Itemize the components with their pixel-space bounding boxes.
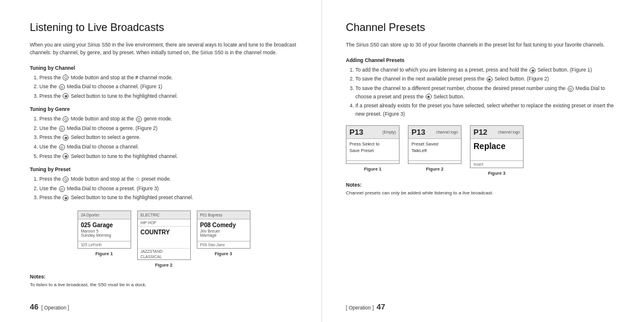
list-item: Press the ◉ Select button to tune to the…	[39, 153, 298, 161]
tuning-channel-list: Press the Q Mode button and stop at the …	[30, 74, 298, 101]
right-figure-group-3: P12 channel logo Replace Insert Figure 3	[470, 125, 524, 176]
left-figures-row: 2A Dporter 025 Garage Maroon 5 Sunday Mo…	[30, 210, 298, 268]
rfig3-insert: Insert	[473, 162, 483, 166]
left-figure-box-3: P01 Bupress P08 Comedy Jim Breuer Marria…	[197, 210, 250, 249]
fig2-small-top: ELECTRIC	[141, 213, 160, 217]
rfig2-content: Preset SavedTalkLeft	[408, 139, 461, 160]
media-dial-icon-r: ◎	[568, 86, 574, 92]
fig1-sub1: Maroon 5	[81, 229, 128, 233]
select-icon3: ◉	[63, 153, 69, 159]
rfig1-content: Press Select toSave Preset	[346, 139, 399, 160]
rfig3-label: Figure 3	[488, 171, 505, 176]
right-page: Channel Presets The Sirius S50 can store…	[322, 0, 644, 322]
rfig1-tag: (Empty)	[382, 130, 396, 134]
left-footer: 46 [ Operation ]	[0, 302, 321, 311]
rfig1-top: P13 (Empty)	[346, 126, 399, 139]
right-figure-box-2: P13 channel logo Preset SavedTalkLeft	[408, 125, 462, 164]
right-footer-bracket: [ Operation ] 47	[346, 302, 385, 311]
list-item: Use the ◎ Media Dial to choose a channel…	[39, 143, 298, 151]
right-figure-group-2: P13 channel logo Preset SavedTalkLeft Fi…	[408, 125, 462, 176]
section-tuning-channel: Tuning by Channel	[30, 65, 298, 71]
rfig3-replace: Replace	[473, 141, 520, 151]
fig3-main: P08 Comedy	[200, 222, 247, 228]
rfig2-bottom	[408, 160, 461, 163]
list-item: If a preset already exists for the prese…	[355, 102, 614, 118]
fig3-content: P08 Comedy Jim Breuer Marriage	[197, 219, 250, 241]
fig1-content: 025 Garage Maroon 5 Sunday Morning	[78, 219, 131, 241]
section-adding-presets: Adding Channel Presets	[346, 57, 614, 63]
media-dial-icon3: ◎	[59, 144, 65, 150]
fig2-content: COUNTRY	[138, 227, 190, 248]
right-notes-text: Channel presets can only be added while …	[346, 190, 614, 197]
fig3-label: Figure 3	[215, 251, 232, 256]
left-figure-box-1: 2A Dporter 025 Garage Maroon 5 Sunday Mo…	[78, 210, 131, 249]
mode-icon2: Q	[63, 116, 69, 122]
list-item: Press the Q Mode button and stop at the …	[39, 175, 298, 184]
fig1-label: Figure 1	[95, 251, 113, 256]
left-notes: Notes: To listen to a live broadcast, th…	[30, 274, 298, 289]
rfig1-label: Figure 1	[364, 166, 381, 172]
left-page-num: 46 [ Operation ]	[30, 302, 69, 311]
rfig3-channel: P12	[473, 128, 487, 137]
rfig1-action: Press Select toSave Preset	[349, 141, 396, 154]
rfig3-bottom: Insert	[470, 160, 523, 168]
rfig2-tag: channel logo	[436, 130, 458, 134]
fig2-top: ELECTRIC	[138, 211, 190, 219]
select-icon-r2: ◉	[487, 76, 493, 82]
rfig1-channel: P13	[349, 128, 363, 137]
right-title: Channel Presets	[346, 21, 614, 34]
select-icon2: ◉	[63, 135, 69, 141]
fig2-label: Figure 2	[155, 262, 172, 268]
fig3-sub2: Marriage	[200, 233, 247, 237]
right-notes: Notes: Channel presets can only be added…	[346, 182, 614, 197]
list-item: Press the ◉ Select button to select a ge…	[39, 134, 298, 142]
select-icon: ◉	[63, 93, 69, 99]
right-figure-group-1: P13 (Empty) Press Select toSave Preset F…	[346, 125, 400, 176]
right-notes-title: Notes:	[346, 182, 614, 188]
rfig3-top: P12 channel logo	[470, 126, 523, 139]
mode-icon3: Q	[63, 177, 69, 182]
list-item: Press the ◉ Select button to tune to the…	[39, 92, 298, 101]
fig3-small-top: P01 Bupress	[200, 213, 222, 217]
media-dial-icon: ◎	[59, 84, 65, 90]
left-figure-group-1: 2A Dporter 025 Garage Maroon 5 Sunday Mo…	[78, 210, 131, 268]
tuning-genre-list: Press the Q Mode button and stop at the …	[30, 115, 298, 160]
select-icon4: ◉	[63, 195, 69, 201]
left-notes-title: Notes:	[30, 274, 298, 280]
fig2-classical: CLASSICAL	[138, 254, 190, 259]
list-item: Press the Q Mode button and stop at the …	[39, 74, 298, 82]
mode-icon: Q	[63, 75, 69, 80]
left-figure-group-2: ELECTRIC HIP HOP COUNTRY JAZZSTAND CLASS…	[137, 210, 191, 268]
fig2-main: COUNTRY	[141, 229, 187, 236]
fig1-bottom: 325 LeForth	[78, 241, 131, 248]
fig1-bottom-text: 325 LeForth	[81, 243, 102, 247]
list-item: Press the Q Mode button and stop at the …	[39, 115, 298, 123]
tuning-preset-list: Press the Q Mode button and stop at the …	[30, 175, 298, 202]
list-item: To add the channel to which you are list…	[355, 66, 614, 75]
fig1-top: 2A Dporter	[78, 211, 131, 219]
right-figure-box-3: P12 channel logo Replace Insert	[470, 125, 524, 168]
list-item: To save the channel in the next availabl…	[355, 75, 614, 83]
adding-presets-list: To add the channel to which you are list…	[346, 66, 614, 119]
left-page: Listening to Live Broadcasts When you ar…	[0, 0, 322, 322]
left-intro: When you are using your Sirius S50 in th…	[30, 41, 298, 57]
rfig2-label: Figure 2	[426, 166, 443, 172]
right-footer: [ Operation ] 47	[322, 302, 644, 311]
rfig2-action: Preset SavedTalkLeft	[411, 141, 458, 154]
fig2-jazz: JAZZSTAND	[138, 248, 190, 254]
section-tuning-preset: Tuning by Preset	[30, 166, 298, 172]
fig1-small-top: 2A Dporter	[81, 213, 100, 217]
rfig2-top: P13 channel logo	[408, 126, 461, 139]
fig3-sub1: Jim Breuer	[200, 229, 247, 233]
media-dial-icon4: ◎	[59, 186, 65, 192]
fig2-hip-hop: HIP HOP	[138, 219, 190, 227]
right-figures-row: P13 (Empty) Press Select toSave Preset F…	[346, 125, 614, 176]
select-icon-r3: ◉	[426, 94, 432, 100]
right-figure-box-1: P13 (Empty) Press Select toSave Preset	[346, 125, 400, 164]
left-title: Listening to Live Broadcasts	[30, 21, 298, 34]
fig1-main: 025 Garage	[81, 222, 128, 228]
left-notes-text: To listen to a live broadcast, the S50 m…	[30, 281, 298, 289]
fig1-sub2: Sunday Morning	[81, 233, 128, 237]
rfig3-tag: channel logo	[498, 130, 520, 134]
left-figure-group-3: P01 Bupress P08 Comedy Jim Breuer Marria…	[197, 210, 250, 268]
